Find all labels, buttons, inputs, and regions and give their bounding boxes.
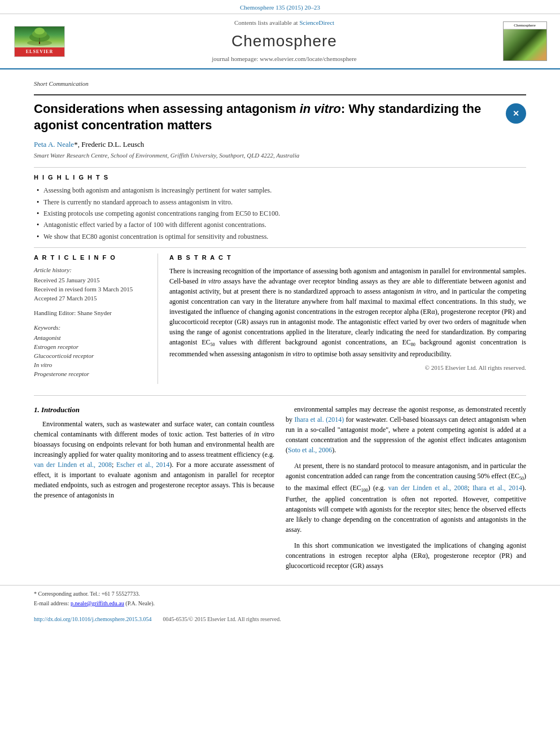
body-col-right: environmental samples may decrease the a… — [286, 404, 526, 576]
ref-vanderlinden[interactable]: van der Linden et al., 2008 — [34, 461, 112, 469]
thumb-title: Chemosphere — [504, 22, 546, 29]
citation-text: Chemosphere 135 (2015) 20–23 — [240, 4, 320, 11]
handling-editor-value: Handling Editor: Shane Snyder — [34, 309, 149, 318]
revised-date: Received in revised form 3 March 2015 — [34, 285, 149, 294]
ref-ihara[interactable]: Ihara et al. (2014) — [295, 416, 344, 423]
article-info-divider — [34, 247, 526, 248]
highlight-item-4: Antagonistic effect varied by a factor o… — [37, 220, 526, 230]
intro-paragraph-3: At present, there is no standard protoco… — [286, 461, 526, 535]
article-type: Short Communication — [34, 80, 526, 89]
title-part1: Considerations when assessing antagonism — [34, 102, 300, 116]
copyright: © 2015 Elsevier Ltd. All rights reserved… — [169, 364, 526, 373]
abstract-text: There is increasing recognition of the i… — [169, 266, 526, 359]
title-italic: in vitro — [300, 102, 341, 116]
keywords-label: Keywords: — [34, 324, 149, 333]
intro-heading: 1. Introduction — [34, 404, 274, 416]
sciencedirect-anchor[interactable]: ScienceDirect — [299, 19, 334, 26]
footnote-email: E-mail address: p.neale@griffith.edu.au … — [34, 600, 526, 608]
highlights-heading: H I G H L I G H T S — [34, 173, 526, 182]
keywords-section: Keywords: Antagonist Estrogen receptor G… — [34, 324, 149, 379]
keyword-3: Glucocorticoid receptor — [34, 352, 149, 361]
accepted-date: Accepted 27 March 2015 — [34, 294, 149, 303]
journal-thumbnail: Chemosphere — [503, 21, 547, 61]
footnote-corresponding: * Corresponding author. Tel.: +61 7 5552… — [34, 590, 526, 599]
sciencedirect-link: Contents lists available at ScienceDirec… — [234, 19, 334, 28]
article-history: Article history: Received 25 January 201… — [34, 266, 149, 303]
journal-homepage: journal homepage: www.elsevier.com/locat… — [212, 55, 356, 64]
doi-link[interactable]: http://dx.doi.org/10.1016/j.chemosphere.… — [34, 615, 151, 624]
keywords-list: Antagonist Estrogen receptor Glucocortic… — [34, 334, 149, 379]
highlights-list: Assessing both agonism and antagonism is… — [34, 186, 526, 242]
ref-vanderlinden2[interactable]: van der Linden et al., 2008 — [388, 484, 468, 492]
ref-soto[interactable]: Soto et al., 2006 — [288, 446, 332, 454]
abstract-heading: A B S T R A C T — [169, 254, 526, 263]
journal-title: Chemosphere — [231, 30, 337, 53]
footnote-area: * Corresponding author. Tel.: +61 7 5552… — [0, 585, 560, 613]
content-area: Short Communication Considerations when … — [0, 69, 560, 395]
elsevier-tree-graphic — [15, 27, 64, 47]
highlight-item-2: There is currently no standard approach … — [37, 198, 526, 207]
journal-header: ELSEVIER Contents lists available at Sci… — [0, 14, 560, 69]
handling-editor: Handling Editor: Shane Snyder — [34, 309, 149, 318]
affiliation: Smart Water Research Centre, School of E… — [34, 151, 526, 160]
ref-ihara2[interactable]: Ihara et al., 2014 — [473, 484, 522, 492]
citation-bar: Chemosphere 135 (2015) 20–23 — [0, 0, 560, 14]
intro-paragraph-1: Environmental waters, such as wastewater… — [34, 419, 274, 500]
highlights-section: H I G H L I G H T S Assessing both agoni… — [34, 173, 526, 242]
intro-paragraph-4: In this short communication we investiga… — [286, 540, 526, 571]
highlights-divider-top — [34, 167, 526, 168]
highlight-item-5: We show that EC80 agonist concentration … — [37, 232, 526, 242]
title-row: Considerations when assessing antagonism… — [34, 101, 526, 139]
received-date: Received 25 January 2015 — [34, 276, 149, 285]
footer-bottom: http://dx.doi.org/10.1016/j.chemosphere.… — [0, 613, 560, 626]
crossmark-icon: ✕ — [506, 103, 526, 124]
authors-line: Peta A. Neale*, Frederic D.L. Leusch — [34, 139, 526, 150]
highlight-item-1: Assessing both agonism and antagonism is… — [37, 186, 526, 195]
keyword-4: In vitro — [34, 361, 149, 370]
issn-text: 0045-6535/© 2015 Elsevier Ltd. All right… — [163, 615, 281, 624]
article-info-col: A R T I C L E I N F O Article history: R… — [34, 254, 158, 384]
main-body: 1. Introduction Environmental waters, su… — [0, 396, 560, 585]
article-info-heading: A R T I C L E I N F O — [34, 254, 149, 263]
elsevier-logo: ELSEVIER — [14, 26, 65, 57]
keyword-2: Estrogen receptor — [34, 343, 149, 352]
footnote-email-link[interactable]: p.neale@griffith.edu.au — [71, 600, 124, 606]
elsevier-logo-area: ELSEVIER — [11, 19, 68, 64]
history-label: Article history: — [34, 266, 149, 275]
highlight-item-3: Existing protocols use competing agonist… — [37, 209, 526, 219]
thumb-image — [504, 29, 546, 60]
elsevier-text: ELSEVIER — [15, 47, 64, 56]
keyword-5: Progesterone receptor — [34, 370, 149, 379]
author-neale[interactable]: Peta A. Neale — [34, 140, 74, 148]
article-meta-section: A R T I C L E I N F O Article history: R… — [34, 254, 526, 384]
title-divider-top — [34, 94, 526, 95]
svg-point-4 — [34, 28, 45, 34]
body-col-left: 1. Introduction Environmental waters, su… — [34, 404, 274, 576]
journal-thumbnail-area: Chemosphere — [501, 19, 549, 64]
article-title: Considerations when assessing antagonism… — [34, 101, 500, 133]
ref-escher[interactable]: Escher et al., 2014 — [116, 461, 169, 469]
journal-center: Contents lists available at ScienceDirec… — [73, 19, 495, 64]
intro-paragraph-2: environmental samples may decrease the a… — [286, 404, 526, 455]
crossmark-logo: ✕ — [506, 103, 526, 124]
abstract-col: A B S T R A C T There is increasing reco… — [169, 254, 526, 384]
keyword-1: Antagonist — [34, 334, 149, 343]
title-block: Considerations when assessing antagonism… — [34, 101, 500, 139]
